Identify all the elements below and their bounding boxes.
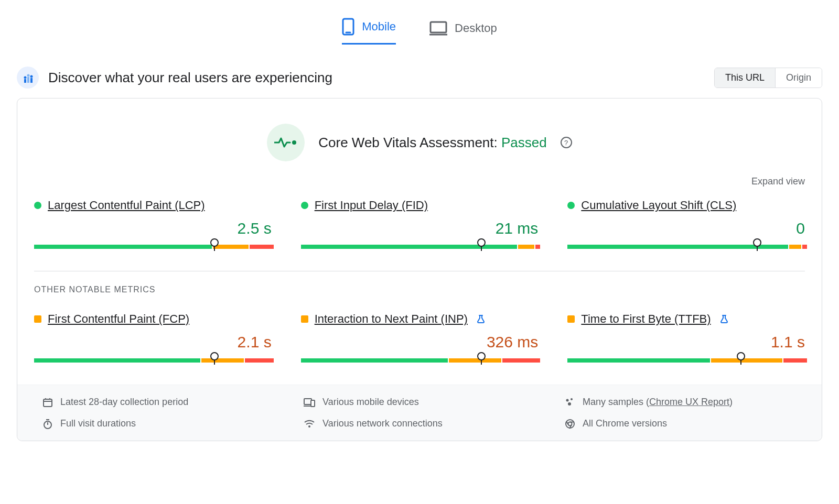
marker-icon (477, 238, 486, 247)
metric-ttfb-bar (567, 350, 805, 365)
metric-lcp: Largest Contentful Paint (LCP) 2.5 s (34, 199, 272, 251)
metric-inp-value: 326 ms (301, 333, 539, 351)
flask-icon[interactable] (476, 314, 486, 324)
metric-fid: First Input Delay (FID) 21 ms (301, 199, 539, 251)
status-square-icon (301, 315, 308, 323)
info-samples: Many samples (Chrome UX Report) (565, 397, 797, 408)
metric-cls-name[interactable]: Cumulative Layout Shift (CLS) (581, 199, 736, 212)
info-versions: All Chrome versions (565, 418, 797, 429)
svg-point-10 (292, 140, 296, 145)
mobile-icon (342, 18, 354, 36)
metric-cls-bar (567, 236, 805, 251)
info-network: Various network connections (304, 418, 535, 429)
divider (34, 271, 805, 271)
status-square-icon (34, 315, 41, 323)
header-row: Discover what your real users are experi… (17, 67, 822, 89)
svg-rect-5 (24, 79, 26, 83)
tab-desktop-label: Desktop (455, 21, 497, 35)
expand-view-button[interactable]: Expand view (34, 176, 805, 187)
svg-point-6 (27, 74, 30, 77)
metric-lcp-value: 2.5 s (34, 220, 272, 237)
metric-ttfb-value: 1.1 s (567, 333, 805, 351)
metric-fcp-bar (34, 350, 272, 365)
metric-fcp-name[interactable]: First Contentful Paint (FCP) (48, 312, 189, 326)
svg-rect-9 (30, 78, 33, 83)
info-devices: Various mobile devices (304, 397, 535, 408)
marker-icon (210, 352, 219, 360)
status-dot-icon (34, 202, 41, 209)
info-durations: Full visit durations (42, 418, 274, 429)
status-square-icon (567, 315, 575, 323)
marker-icon (737, 352, 745, 360)
scope-this-url[interactable]: This URL (715, 68, 775, 87)
svg-rect-7 (27, 77, 29, 83)
metric-ttfb: Time to First Byte (TTFB) 1.1 s (567, 312, 805, 365)
metric-inp: Interaction to Next Paint (INP) 326 ms (301, 312, 539, 365)
svg-rect-15 (304, 399, 311, 404)
cwv-assessment-text: Core Web Vitals Assessment: Passed (318, 135, 546, 151)
crux-report-link[interactable]: Chrome UX Report (649, 397, 729, 407)
metric-ttfb-name[interactable]: Time to First Byte (TTFB) (581, 312, 711, 326)
svg-rect-11 (44, 399, 52, 407)
metric-inp-bar (301, 350, 539, 365)
info-period: Latest 28-day collection period (42, 397, 274, 408)
tab-desktop[interactable]: Desktop (429, 21, 497, 45)
tab-mobile[interactable]: Mobile (342, 18, 396, 45)
flask-icon[interactable] (719, 314, 729, 324)
page-title: Discover what your real users are experi… (48, 70, 332, 86)
scope-origin[interactable]: Origin (775, 68, 822, 87)
device-tabs: Mobile Desktop (0, 0, 839, 57)
marker-icon (477, 352, 486, 360)
cwv-assessment-result: Passed (501, 135, 547, 150)
section-other-heading: OTHER NOTABLE METRICS (34, 285, 805, 294)
secondary-metrics: First Contentful Paint (FCP) 2.1 s Inter… (34, 312, 805, 385)
calendar-icon (42, 397, 53, 408)
metric-inp-name[interactable]: Interaction to Next Paint (INP) (315, 312, 468, 326)
scatter-icon (565, 397, 575, 408)
scope-toggle: This URL Origin (714, 68, 822, 88)
svg-point-24 (308, 425, 310, 428)
svg-point-20 (568, 402, 571, 406)
tab-mobile-label: Mobile (362, 20, 396, 34)
wifi-icon (304, 419, 315, 429)
marker-icon (210, 238, 219, 247)
metric-fid-value: 21 ms (301, 220, 539, 237)
desktop-icon (429, 21, 447, 36)
metric-fcp: First Contentful Paint (FCP) 2.1 s (34, 312, 272, 365)
metric-fid-name[interactable]: First Input Delay (FID) (315, 199, 428, 212)
svg-rect-17 (311, 400, 315, 407)
field-data-card: Core Web Vitals Assessment: Passed ? Exp… (17, 98, 822, 441)
devices-icon (304, 398, 315, 407)
primary-metrics: Largest Contentful Paint (LCP) 2.5 s Fir… (34, 199, 805, 271)
metric-fid-bar (301, 236, 539, 251)
status-dot-icon (567, 202, 575, 209)
svg-point-18 (566, 399, 569, 401)
metric-fcp-value: 2.1 s (34, 333, 272, 351)
cwv-assessment: Core Web Vitals Assessment: Passed ? (34, 124, 805, 161)
pulse-icon (267, 124, 305, 161)
stopwatch-icon (42, 419, 53, 429)
metric-lcp-bar (34, 236, 272, 251)
metric-lcp-name[interactable]: Largest Contentful Paint (LCP) (48, 199, 205, 212)
info-footer: Latest 28-day collection period Various … (17, 385, 822, 441)
help-icon[interactable]: ? (561, 137, 572, 148)
svg-point-4 (24, 76, 27, 79)
metric-cls-value: 0 (567, 220, 805, 237)
chrome-icon (565, 419, 575, 429)
svg-rect-2 (431, 22, 446, 32)
status-dot-icon (301, 202, 308, 209)
cwv-assessment-prefix: Core Web Vitals Assessment: (318, 135, 501, 150)
field-data-icon (17, 67, 39, 89)
metric-cls: Cumulative Layout Shift (CLS) 0 (567, 199, 805, 251)
marker-icon (753, 238, 761, 247)
svg-point-8 (30, 75, 33, 78)
svg-point-19 (571, 398, 573, 400)
